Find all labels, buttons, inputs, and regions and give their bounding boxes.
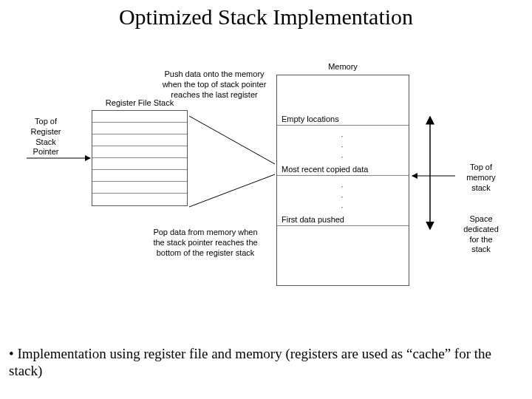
svg-line-2: [189, 174, 275, 207]
svg-line-1: [189, 116, 275, 164]
connectors: [0, 0, 532, 399]
bullet-point: Implementation using register file and m…: [9, 346, 519, 380]
